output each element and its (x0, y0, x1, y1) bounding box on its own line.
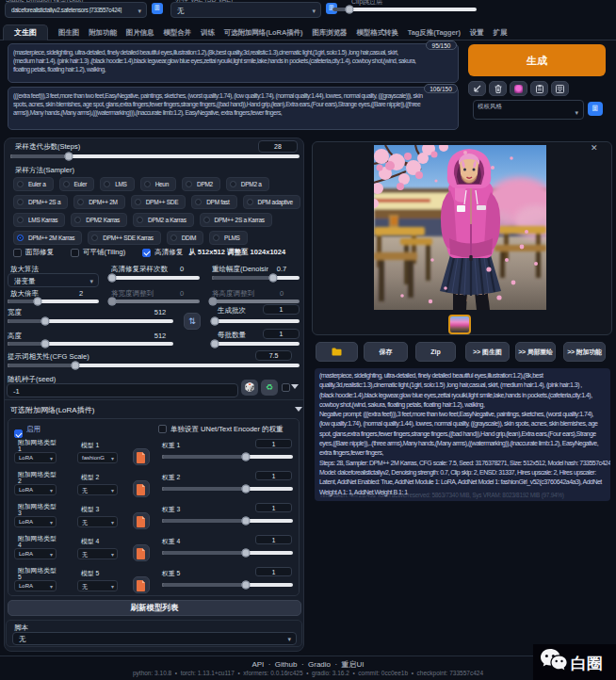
svg-text:白圈: 白圈 (571, 655, 603, 672)
